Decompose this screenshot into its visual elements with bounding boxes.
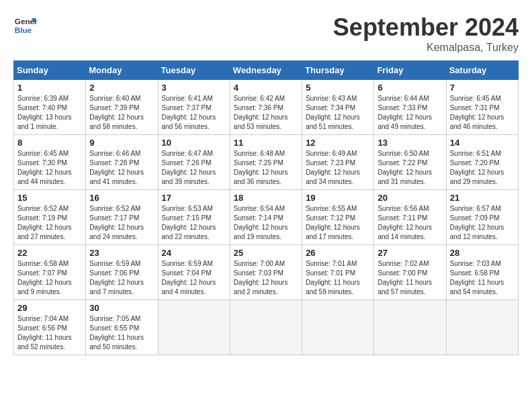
calendar-cell: 30Sunrise: 7:05 AM Sunset: 6:55 PM Dayli… xyxy=(86,300,158,355)
day-number: 15 xyxy=(17,193,82,203)
day-info: Sunrise: 6:48 AM Sunset: 7:25 PM Dayligh… xyxy=(234,149,298,187)
calendar-week-5: 29Sunrise: 7:04 AM Sunset: 6:56 PM Dayli… xyxy=(14,300,519,355)
calendar-table: SundayMondayTuesdayWednesdayThursdayFrid… xyxy=(13,60,519,355)
day-info: Sunrise: 6:53 AM Sunset: 7:15 PM Dayligh… xyxy=(162,204,226,242)
weekday-header-friday: Friday xyxy=(374,61,446,80)
day-info: Sunrise: 6:44 AM Sunset: 7:33 PM Dayligh… xyxy=(378,94,442,132)
day-number: 20 xyxy=(378,193,442,203)
calendar-week-1: 1Sunrise: 6:39 AM Sunset: 7:40 PM Daylig… xyxy=(14,80,519,135)
calendar-cell: 21Sunrise: 6:57 AM Sunset: 7:09 PM Dayli… xyxy=(446,190,518,245)
day-info: Sunrise: 6:59 AM Sunset: 7:04 PM Dayligh… xyxy=(162,259,226,297)
calendar-cell: 19Sunrise: 6:55 AM Sunset: 7:12 PM Dayli… xyxy=(302,190,374,245)
day-info: Sunrise: 6:39 AM Sunset: 7:40 PM Dayligh… xyxy=(17,94,82,132)
day-number: 30 xyxy=(89,303,154,313)
day-number: 1 xyxy=(17,83,82,93)
title-block: September 2024 Kemalpasa, Turkey xyxy=(333,13,519,54)
calendar-cell: 5Sunrise: 6:43 AM Sunset: 7:34 PM Daylig… xyxy=(302,80,374,135)
weekday-header-thursday: Thursday xyxy=(302,61,374,80)
day-info: Sunrise: 6:56 AM Sunset: 7:11 PM Dayligh… xyxy=(378,204,442,242)
calendar-cell: 10Sunrise: 6:47 AM Sunset: 7:26 PM Dayli… xyxy=(158,135,230,190)
weekday-header-saturday: Saturday xyxy=(446,61,518,80)
day-number: 13 xyxy=(378,138,442,148)
calendar-cell: 22Sunrise: 6:58 AM Sunset: 7:07 PM Dayli… xyxy=(14,245,86,300)
calendar-cell: 16Sunrise: 6:52 AM Sunset: 7:17 PM Dayli… xyxy=(86,190,158,245)
calendar-week-4: 22Sunrise: 6:58 AM Sunset: 7:07 PM Dayli… xyxy=(14,245,519,300)
day-number: 5 xyxy=(306,83,370,93)
day-number: 7 xyxy=(450,83,515,93)
day-number: 17 xyxy=(162,193,226,203)
day-number: 6 xyxy=(378,83,442,93)
calendar-cell: 18Sunrise: 6:54 AM Sunset: 7:14 PM Dayli… xyxy=(230,190,302,245)
day-info: Sunrise: 7:05 AM Sunset: 6:55 PM Dayligh… xyxy=(89,314,154,352)
day-info: Sunrise: 6:52 AM Sunset: 7:17 PM Dayligh… xyxy=(89,204,154,242)
day-info: Sunrise: 6:51 AM Sunset: 7:20 PM Dayligh… xyxy=(450,149,515,187)
day-number: 16 xyxy=(89,193,154,203)
day-number: 9 xyxy=(89,138,154,148)
location-title: Kemalpasa, Turkey xyxy=(333,42,519,54)
day-info: Sunrise: 7:01 AM Sunset: 7:01 PM Dayligh… xyxy=(306,259,370,297)
calendar-cell: 9Sunrise: 6:46 AM Sunset: 7:28 PM Daylig… xyxy=(86,135,158,190)
day-info: Sunrise: 6:41 AM Sunset: 7:37 PM Dayligh… xyxy=(162,94,226,132)
calendar-cell: 13Sunrise: 6:50 AM Sunset: 7:22 PM Dayli… xyxy=(374,135,446,190)
day-info: Sunrise: 6:40 AM Sunset: 7:39 PM Dayligh… xyxy=(89,94,154,132)
calendar-cell: 20Sunrise: 6:56 AM Sunset: 7:11 PM Dayli… xyxy=(374,190,446,245)
svg-text:Blue: Blue xyxy=(15,26,32,34)
calendar-cell: 8Sunrise: 6:45 AM Sunset: 7:30 PM Daylig… xyxy=(14,135,86,190)
day-info: Sunrise: 6:43 AM Sunset: 7:34 PM Dayligh… xyxy=(306,94,370,132)
calendar-cell xyxy=(302,300,374,355)
calendar-week-2: 8Sunrise: 6:45 AM Sunset: 7:30 PM Daylig… xyxy=(14,135,519,190)
day-info: Sunrise: 6:50 AM Sunset: 7:22 PM Dayligh… xyxy=(378,149,442,187)
calendar-cell: 23Sunrise: 6:59 AM Sunset: 7:06 PM Dayli… xyxy=(86,245,158,300)
weekday-header-sunday: Sunday xyxy=(14,61,86,80)
calendar-cell xyxy=(230,300,302,355)
day-number: 27 xyxy=(378,248,442,258)
day-info: Sunrise: 6:52 AM Sunset: 7:19 PM Dayligh… xyxy=(17,204,82,242)
weekday-header-wednesday: Wednesday xyxy=(230,61,302,80)
day-number: 11 xyxy=(234,138,298,148)
logo: General Blue xyxy=(13,13,38,38)
month-title: September 2024 xyxy=(333,13,519,42)
day-info: Sunrise: 6:57 AM Sunset: 7:09 PM Dayligh… xyxy=(450,204,515,242)
day-number: 28 xyxy=(450,248,515,258)
day-number: 19 xyxy=(306,193,370,203)
day-number: 29 xyxy=(17,303,82,313)
calendar-cell: 15Sunrise: 6:52 AM Sunset: 7:19 PM Dayli… xyxy=(14,190,86,245)
day-info: Sunrise: 6:46 AM Sunset: 7:28 PM Dayligh… xyxy=(89,149,154,187)
day-number: 26 xyxy=(306,248,370,258)
day-number: 12 xyxy=(306,138,370,148)
day-info: Sunrise: 6:42 AM Sunset: 7:36 PM Dayligh… xyxy=(234,94,298,132)
calendar-cell: 7Sunrise: 6:45 AM Sunset: 7:31 PM Daylig… xyxy=(446,80,518,135)
day-number: 8 xyxy=(17,138,82,148)
calendar-cell: 25Sunrise: 7:00 AM Sunset: 7:03 PM Dayli… xyxy=(230,245,302,300)
day-info: Sunrise: 7:02 AM Sunset: 7:00 PM Dayligh… xyxy=(378,259,442,297)
calendar-cell: 2Sunrise: 6:40 AM Sunset: 7:39 PM Daylig… xyxy=(86,80,158,135)
calendar-cell xyxy=(446,300,518,355)
day-info: Sunrise: 6:59 AM Sunset: 7:06 PM Dayligh… xyxy=(89,259,154,297)
calendar-cell: 17Sunrise: 6:53 AM Sunset: 7:15 PM Dayli… xyxy=(158,190,230,245)
calendar-cell: 29Sunrise: 7:04 AM Sunset: 6:56 PM Dayli… xyxy=(14,300,86,355)
calendar-cell xyxy=(374,300,446,355)
day-number: 10 xyxy=(162,138,226,148)
weekday-header-monday: Monday xyxy=(86,61,158,80)
day-number: 4 xyxy=(234,83,298,93)
day-number: 24 xyxy=(162,248,226,258)
day-info: Sunrise: 6:55 AM Sunset: 7:12 PM Dayligh… xyxy=(306,204,370,242)
calendar-cell: 4Sunrise: 6:42 AM Sunset: 7:36 PM Daylig… xyxy=(230,80,302,135)
calendar-header-row: SundayMondayTuesdayWednesdayThursdayFrid… xyxy=(14,61,519,80)
calendar-cell: 24Sunrise: 6:59 AM Sunset: 7:04 PM Dayli… xyxy=(158,245,230,300)
day-info: Sunrise: 6:54 AM Sunset: 7:14 PM Dayligh… xyxy=(234,204,298,242)
calendar-cell: 12Sunrise: 6:49 AM Sunset: 7:23 PM Dayli… xyxy=(302,135,374,190)
calendar-cell: 11Sunrise: 6:48 AM Sunset: 7:25 PM Dayli… xyxy=(230,135,302,190)
calendar-cell xyxy=(158,300,230,355)
day-number: 25 xyxy=(234,248,298,258)
weekday-header-tuesday: Tuesday xyxy=(158,61,230,80)
page-header: General Blue September 2024 Kemalpasa, T… xyxy=(13,13,519,54)
day-info: Sunrise: 6:58 AM Sunset: 7:07 PM Dayligh… xyxy=(17,259,82,297)
day-number: 3 xyxy=(162,83,226,93)
day-info: Sunrise: 6:45 AM Sunset: 7:31 PM Dayligh… xyxy=(450,94,515,132)
calendar-cell: 6Sunrise: 6:44 AM Sunset: 7:33 PM Daylig… xyxy=(374,80,446,135)
day-info: Sunrise: 7:03 AM Sunset: 6:58 PM Dayligh… xyxy=(450,259,515,297)
logo-icon: General Blue xyxy=(13,13,38,38)
calendar-week-3: 15Sunrise: 6:52 AM Sunset: 7:19 PM Dayli… xyxy=(14,190,519,245)
calendar-cell: 26Sunrise: 7:01 AM Sunset: 7:01 PM Dayli… xyxy=(302,245,374,300)
